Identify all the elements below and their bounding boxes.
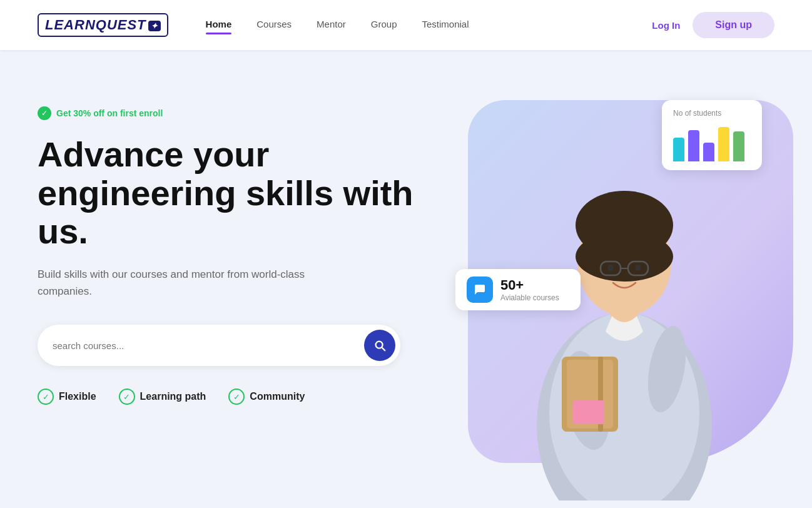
logo[interactable]: LEARNQUEST✦ <box>38 13 168 37</box>
logo-icon: ✦ <box>148 21 161 31</box>
chart-bar <box>688 130 699 161</box>
feature-check-icon: ✓ <box>38 389 54 405</box>
feature-label: Flexible <box>59 391 96 402</box>
card-chart: No of students <box>662 100 762 170</box>
feature-label: Learning path <box>140 391 206 402</box>
nav-link-home[interactable]: Home <box>206 19 232 32</box>
feature-item: ✓ Flexible <box>38 389 96 405</box>
nav-link-testimonial[interactable]: Testimonial <box>422 19 469 32</box>
feature-item: ✓ Learning path <box>119 389 206 405</box>
courses-count: 50+ <box>500 277 559 293</box>
svg-point-10 <box>635 265 641 271</box>
nav-link-group[interactable]: Group <box>371 19 397 32</box>
promo-badge: ✓ Get 30% off on first enroll <box>38 106 443 120</box>
search-button[interactable] <box>364 330 395 361</box>
logo-text: LEARNQUEST✦ <box>38 13 168 37</box>
hero-left: ✓ Get 30% off on first enroll Advance yo… <box>38 88 443 405</box>
courses-label: Avialable courses <box>500 293 559 302</box>
feature-check-icon: ✓ <box>228 389 245 405</box>
chart-bar <box>718 127 729 161</box>
courses-card-text: 50+ Avialable courses <box>500 277 559 302</box>
signup-button[interactable]: Sign up <box>693 12 774 38</box>
chart-bar <box>703 143 714 161</box>
login-button[interactable]: Log In <box>652 20 680 31</box>
feature-label: Community <box>250 391 305 402</box>
nav-links: HomeCoursesMentorGroupTestimonial <box>206 19 652 32</box>
svg-rect-15 <box>573 400 604 424</box>
features: ✓ Flexible ✓ Learning path ✓ Community <box>38 389 443 405</box>
nav-link-mentor[interactable]: Mentor <box>317 19 346 32</box>
hero-subtitle: Build skills with our courses and mentor… <box>38 266 338 300</box>
feature-item: ✓ Community <box>228 389 305 405</box>
promo-icon: ✓ <box>38 106 51 120</box>
svg-point-9 <box>607 265 614 271</box>
hero-right: 50+ Avialable courses No of students <box>443 88 774 500</box>
search-input[interactable] <box>53 340 364 351</box>
hero-person-image <box>474 125 774 500</box>
person-svg <box>474 125 774 500</box>
promo-text: Get 30% off on first enroll <box>56 108 163 118</box>
nav-link-courses[interactable]: Courses <box>256 19 292 32</box>
chart-bar <box>733 131 744 161</box>
chart-bars <box>673 124 751 161</box>
search-bar <box>38 325 400 366</box>
courses-card-icon <box>467 277 493 303</box>
hero-section: ✓ Get 30% off on first enroll Advance yo… <box>0 50 812 500</box>
svg-point-4 <box>576 231 673 282</box>
feature-check-icon: ✓ <box>119 389 135 405</box>
search-icon <box>373 338 387 352</box>
chart-title: No of students <box>673 109 751 118</box>
hero-title: Advance your engineering skills with us. <box>38 135 443 251</box>
nav-actions: Log In Sign up <box>652 12 774 38</box>
chart-bar <box>673 138 684 161</box>
navbar: LEARNQUEST✦ HomeCoursesMentorGroupTestim… <box>0 0 812 50</box>
card-courses: 50+ Avialable courses <box>455 269 581 310</box>
